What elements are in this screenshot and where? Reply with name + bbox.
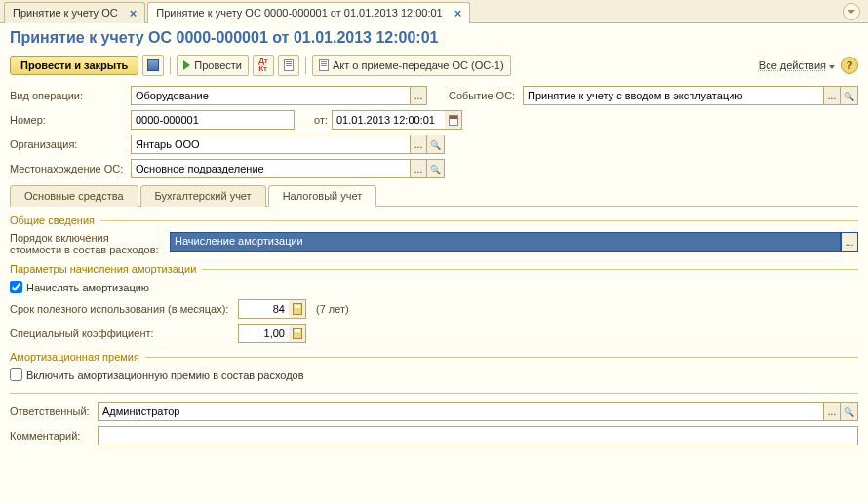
post-button[interactable]: Провести [177, 55, 249, 76]
select-button[interactable]: ... [841, 232, 858, 252]
tab-tax[interactable]: Налоговый учет [268, 185, 377, 207]
post-label: Провести [194, 59, 242, 71]
print-act-button[interactable]: Акт о приеме-передаче ОС (ОС-1) [312, 55, 511, 76]
calendar-icon [449, 115, 458, 126]
content-area: Принятие к учету ОС 0000-000001 от 01.01… [0, 23, 868, 503]
org-input[interactable] [131, 135, 410, 154]
number-input[interactable] [131, 110, 295, 130]
select-button[interactable]: ... [823, 402, 841, 421]
divider [10, 393, 858, 394]
select-button[interactable]: ... [410, 86, 427, 105]
number-label: Номер: [10, 114, 127, 126]
resp-label: Ответственный: [10, 406, 94, 417]
save-icon [147, 59, 159, 71]
group-general-title: Общие сведения [10, 214, 858, 226]
amort-check-label: Начислять амортизацию [26, 282, 149, 293]
select-button[interactable]: ... [410, 159, 427, 178]
tab-label: Принятие к учету ОС 0000-000001 от 01.01… [156, 7, 442, 19]
save-button[interactable] [142, 55, 164, 76]
dtkt-icon: ДтКт [258, 58, 268, 73]
order-label-1: Порядок включения [10, 232, 166, 244]
event-input[interactable] [523, 86, 823, 105]
select-button[interactable]: ... [823, 86, 841, 105]
window-tabs: Принятие к учету ОС × Принятие к учету О… [0, 0, 868, 23]
life-input[interactable] [238, 299, 289, 319]
coef-label: Специальный коэффициент: [10, 328, 234, 339]
group-amort-title: Параметры начисления амортизации [10, 263, 858, 275]
group-bonus-title: Амортизационная премия [10, 351, 858, 363]
tab-list[interactable]: Принятие к учету ОС × [4, 2, 145, 23]
help-button[interactable]: ? [841, 57, 858, 74]
dtkt-button[interactable]: ДтКт [253, 55, 274, 76]
structure-button[interactable] [278, 55, 299, 76]
separator [170, 57, 171, 74]
calc-icon [293, 328, 302, 339]
order-input[interactable]: Начисление амортизации [170, 232, 841, 252]
coef-input[interactable] [238, 324, 289, 343]
close-icon[interactable]: × [130, 6, 138, 20]
comment-input[interactable] [98, 426, 858, 445]
calc-icon [293, 303, 302, 315]
comment-label: Комментарий: [10, 430, 94, 442]
calendar-button[interactable] [445, 110, 462, 130]
all-actions-menu[interactable]: Все действия [759, 59, 835, 71]
separator [305, 57, 306, 74]
event-label: Событие ОС: [449, 90, 519, 101]
calc-button[interactable] [289, 324, 306, 343]
play-icon [183, 60, 190, 70]
tab-label: Принятие к учету ОС [13, 7, 118, 19]
print-icon [319, 59, 329, 71]
search-icon [430, 138, 441, 150]
close-icon[interactable]: × [454, 6, 462, 20]
order-label-2: стоимости в состав расходов: [10, 244, 166, 255]
op-type-label: Вид операции: [10, 90, 127, 101]
calc-button[interactable] [289, 299, 306, 319]
chevron-down-icon [829, 65, 835, 69]
toolbar: Провести и закрыть Провести ДтКт Акт о п… [10, 55, 858, 76]
bonus-check-label: Включить амортизационную премию в состав… [26, 369, 304, 381]
search-icon [844, 406, 854, 417]
life-years: (7 лет) [316, 303, 349, 315]
select-button[interactable]: ... [410, 135, 427, 154]
tab-document[interactable]: Принятие к учету ОС 0000-000001 от 01.01… [147, 2, 470, 23]
search-button[interactable] [841, 86, 858, 105]
sub-tabs: Основные средства Бухгалтерский учет Нал… [10, 184, 858, 207]
doc-icon [284, 59, 294, 71]
search-icon [430, 163, 441, 174]
location-input[interactable] [131, 159, 410, 178]
page-title: Принятие к учету ОС 0000-000001 от 01.01… [10, 29, 858, 47]
post-and-close-button[interactable]: Провести и закрыть [10, 56, 138, 75]
date-input[interactable] [332, 110, 445, 130]
tab-accounting[interactable]: Бухгалтерский учет [140, 185, 266, 207]
life-label: Срок полезного использования (в месяцах)… [10, 303, 234, 315]
resp-input[interactable] [98, 402, 823, 421]
bonus-checkbox[interactable] [10, 368, 22, 381]
date-label: от: [308, 114, 328, 126]
amort-checkbox[interactable] [10, 281, 22, 293]
search-icon [844, 90, 854, 101]
tab-fixed-assets[interactable]: Основные средства [10, 185, 138, 207]
search-button[interactable] [427, 159, 445, 178]
op-type-input[interactable] [131, 86, 410, 105]
location-label: Местонахождение ОС: [10, 163, 127, 174]
org-label: Организация: [10, 138, 127, 150]
act-label: Акт о приеме-передаче ОС (ОС-1) [333, 59, 504, 71]
collapse-button[interactable] [843, 3, 860, 20]
search-button[interactable] [427, 135, 445, 154]
search-button[interactable] [841, 402, 858, 421]
